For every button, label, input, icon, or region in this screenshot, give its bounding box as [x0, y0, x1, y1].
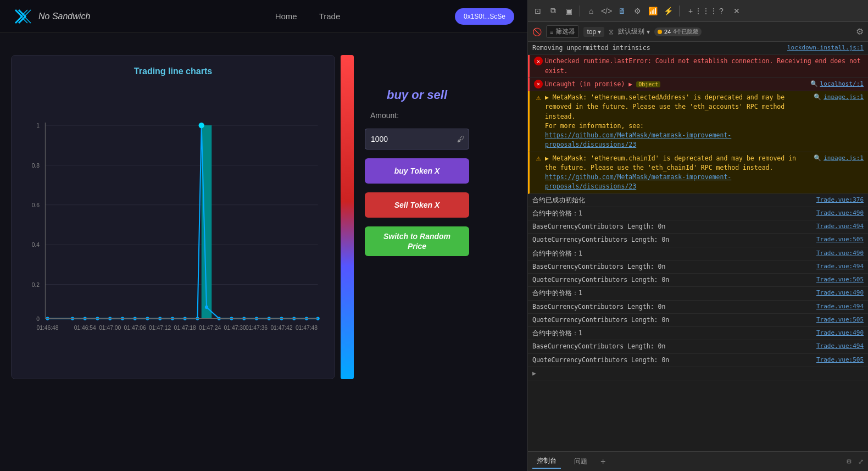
amount-icon: 🖋	[457, 135, 465, 143]
log-entry: 合约中的价格：1 Trade.vue:490	[528, 247, 868, 261]
log-location[interactable]: Trade.vue:505	[816, 235, 864, 245]
app-title: No Sandwich	[38, 12, 90, 21]
expand-icon-bottom[interactable]: ⤢	[858, 458, 864, 466]
level-label: 默认级别	[618, 27, 644, 36]
amount-label: Amount:	[370, 111, 399, 120]
svg-text:01:47:18: 01:47:18	[174, 325, 196, 331]
no-entry-icon[interactable]: 🚫	[532, 27, 542, 36]
chart-gauge-wrapper: Trading line charts 1 0.8 0.6 0.4 0.2 0	[11, 55, 354, 460]
chevron-down-icon: ▾	[598, 28, 601, 36]
filter-dropdown[interactable]: ≡ 筛选器	[546, 25, 579, 38]
sell-button[interactable]: Sell Token X	[365, 192, 469, 218]
settings-icon-bottom[interactable]: ⚙	[846, 458, 852, 466]
amount-input[interactable]	[365, 129, 469, 149]
log-location[interactable]: Trade.vue:490	[816, 249, 864, 258]
devtools-performance-icon[interactable]: ⚡	[663, 5, 674, 16]
log-location[interactable]: Trade.vue:494	[816, 302, 864, 312]
log-location[interactable]: Trade.vue:494	[816, 342, 864, 351]
devtools-filterbar: 🚫 ≡ 筛选器 top ▾ ⧖ 默认级别 ▾ 24 4个已隐藏 ⚙	[528, 22, 868, 42]
log-location[interactable]: inpage.js:1	[824, 154, 864, 163]
svg-text:0.4: 0.4	[32, 242, 40, 248]
devtools-help-icon[interactable]: ?	[716, 5, 727, 16]
log-location[interactable]: Trade.vue:494	[816, 262, 864, 271]
log-entry: ⚠ ▶ MetaMask: 'ethereum.chainId' is depr…	[528, 152, 868, 194]
log-text: QuoteCurrencyContributors Length: 0n	[532, 315, 814, 325]
devtools-square-icon[interactable]: ⧉	[548, 5, 559, 16]
log-text: Uncaught (in promise) ▶ Object	[545, 80, 806, 89]
log-text: BaseCurrencyContributors Length: 0n	[532, 342, 814, 351]
wallet-button[interactable]: 0x1S0f...ScSe	[455, 8, 514, 25]
devtools-more-icon[interactable]: ⋮⋮⋮	[700, 5, 711, 16]
switch-price-button[interactable]: Switch to Random Price	[365, 226, 469, 256]
search-icon[interactable]: 🔍	[814, 154, 821, 163]
log-entry: ⚠ ▶ MetaMask: 'ethereum.selectedAddress'…	[528, 91, 868, 152]
log-text: 合约中的价格：1	[532, 289, 814, 298]
chart-container: Trading line charts 1 0.8 0.6 0.4 0.2 0	[11, 55, 335, 379]
chart-title: Trading line charts	[23, 67, 324, 76]
log-entry: BaseCurrencyContributors Length: 0n Trad…	[528, 261, 868, 274]
expand-arrow-icon[interactable]: ▶	[532, 369, 536, 378]
log-location[interactable]: Trade.vue:494	[816, 222, 864, 231]
badge-dot	[658, 30, 662, 34]
devtools-console-icon[interactable]: 🖥	[616, 5, 627, 16]
svg-text:01:46:54: 01:46:54	[74, 325, 96, 331]
log-location[interactable]: Trade.vue:490	[816, 289, 864, 298]
log-entry: 合约中的价格：1 Trade.vue:490	[528, 207, 868, 220]
log-location[interactable]: Trade.vue:490	[816, 209, 864, 218]
top-dropdown[interactable]: top ▾	[583, 27, 604, 37]
filter-funnel-icon[interactable]: ⧖	[609, 27, 614, 36]
add-tab-button[interactable]: +	[600, 457, 605, 467]
trading-panel: buy or sell Amount: 🖋 buy Token X Sell T…	[365, 55, 469, 460]
devtools-topbar: ⊡ ⧉ ▣ ⌂ </> 🖥 ⚙ 📶 ⚡ + ⋮⋮⋮ ? ✕	[528, 0, 868, 22]
devtools-layout-icon[interactable]: ▣	[563, 5, 574, 16]
level-dropdown[interactable]: 默认级别 ▾	[618, 27, 650, 36]
gear-settings-icon[interactable]: ⚙	[856, 26, 864, 37]
log-location[interactable]: Trade.vue:490	[816, 329, 864, 338]
devtools-close-icon[interactable]: ✕	[731, 5, 742, 16]
log-location[interactable]: Trade.vue:376	[816, 196, 864, 205]
app-header: No Sandwich Home Trade 0x1S0f...ScSe	[0, 0, 527, 33]
log-entry: ✕ Uncaught (in promise) ▶ Object 🔍 local…	[528, 78, 868, 91]
log-location[interactable]: lockdown-install.js:1	[787, 43, 864, 53]
log-location[interactable]: inpage.js:1	[824, 93, 864, 102]
log-location[interactable]: Trade.vue:505	[816, 315, 864, 325]
chart-svg: 1 0.8 0.6 0.4 0.2 0	[23, 82, 324, 368]
log-text: BaseCurrencyContributors Length: 0n	[532, 262, 814, 271]
svg-text:0: 0	[36, 316, 40, 322]
log-location[interactable]: localhost/:1	[820, 80, 864, 89]
devtools-home-icon[interactable]: ⌂	[586, 5, 597, 16]
log-entry: Removing unpermitted intrinsics lockdown…	[528, 42, 868, 55]
gauge-bottom	[341, 266, 354, 380]
buy-button[interactable]: buy Token X	[365, 158, 469, 184]
logo-area: No Sandwich	[13, 7, 160, 26]
trading-app-panel: No Sandwich Home Trade 0x1S0f...ScSe Tra…	[0, 0, 527, 471]
log-entry: ✕ Unchecked runtime.lastError: Could not…	[528, 55, 868, 78]
log-entry: 合约中的价格：1 Trade.vue:490	[528, 287, 868, 300]
devtools-code-icon[interactable]: </>	[601, 5, 612, 16]
search-icon[interactable]: 🔍	[814, 93, 821, 102]
search-icon[interactable]: 🔍	[810, 80, 818, 89]
nav-home[interactable]: Home	[275, 12, 297, 21]
devtools-network-icon[interactable]: 📶	[647, 5, 658, 16]
main-content: Trading line charts 1 0.8 0.6 0.4 0.2 0	[0, 33, 527, 471]
log-entry: BaseCurrencyContributors Length: 0n Trad…	[528, 220, 868, 234]
devtools-settings-icon[interactable]: ⚙	[632, 5, 643, 16]
gauge-mid	[341, 201, 354, 266]
log-location[interactable]: Trade.vue:505	[816, 356, 864, 365]
log-entry: 合约中的价格：1 Trade.vue:490	[528, 327, 868, 340]
issues-tab[interactable]: 问题	[570, 455, 592, 468]
svg-text:01:47:30: 01:47:30	[224, 325, 246, 331]
gauge-top	[341, 55, 354, 201]
devtools-pointer-icon[interactable]: ⊡	[532, 5, 543, 16]
log-text: 合约中的价格：1	[532, 209, 814, 218]
log-location[interactable]: Trade.vue:505	[816, 275, 864, 285]
console-tab[interactable]: 控制台	[532, 454, 561, 469]
nav-trade[interactable]: Trade	[319, 12, 341, 21]
log-entry: BaseCurrencyContributors Length: 0n Trad…	[528, 340, 868, 353]
console-log: Removing unpermitted intrinsics lockdown…	[528, 42, 868, 451]
warning-icon: ⚠	[534, 93, 543, 102]
log-text: QuoteCurrencyContributors Length: 0n	[532, 235, 814, 245]
dt-separator-2	[679, 5, 680, 16]
svg-text:01:46:48: 01:46:48	[36, 325, 58, 331]
svg-text:01:47:24: 01:47:24	[199, 325, 221, 331]
